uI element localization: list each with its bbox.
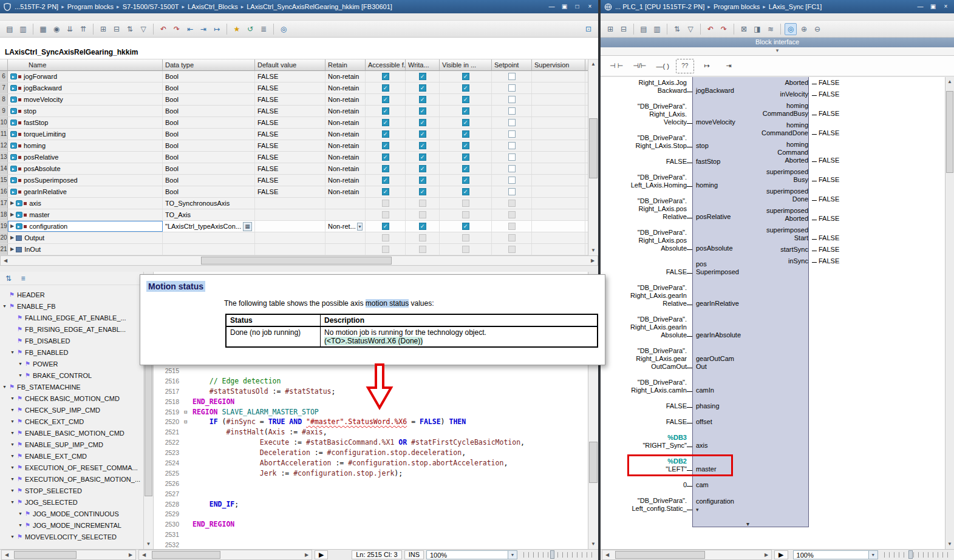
expand-icon[interactable]: ▶ [10,221,14,232]
input-operand[interactable]: "DB_DrivePara".Right_LAxis.posRelative [601,197,687,221]
accessible-checkbox[interactable]: ✓ [382,130,389,138]
tree-item[interactable]: ⚑FB_DISABLED [0,335,143,346]
table-row[interactable]: 12homingBoolFALSENon-retain✓✓✓ [0,140,588,152]
visible-checkbox[interactable]: ✓ [462,142,469,149]
open-all-networks-button[interactable]: ⊞ [604,23,616,35]
delete-network-button[interactable]: ▥ [651,23,663,35]
writable-checkbox[interactable]: ✓ [419,119,426,126]
fbd-output-row[interactable]: superimposedDoneFALSE [692,187,843,203]
expand-scroll-button[interactable]: ▶ [315,550,328,559]
visible-checkbox[interactable]: ✓ [462,73,469,80]
float-button[interactable]: □ [571,2,583,12]
output-value[interactable]: FALSE [817,234,843,242]
tree-item[interactable]: ▼⚑ENABLE_EXT_CMD [0,450,143,462]
breadcrumb-item[interactable]: ... PLC_1 [CPU 1515TF-2 PN] [615,3,704,10]
copy-snapshots-button[interactable]: ⇊ [64,23,76,35]
visible-checkbox[interactable]: ✓ [462,153,469,161]
open-detail-button[interactable]: ▦ [243,222,252,231]
sort-order-icon[interactable]: ⇅ [2,272,15,285]
accessible-checkbox[interactable]: ✓ [382,119,389,126]
column-header[interactable]: Data type [163,59,255,71]
input-operand[interactable]: FALSE [601,158,687,166]
chevron-down-icon[interactable]: ▼ [868,551,877,559]
tree-item[interactable]: ▼⚑CHECK_EXT_CMD [0,416,143,427]
visible-checkbox[interactable]: ✓ [462,177,469,184]
input-operand[interactable]: FALSE [601,418,687,426]
tree-item[interactable]: ▼⚑EXECUTION_OF_RESET_COMMA... [0,462,143,473]
open-branch-button[interactable]: ↦ [698,59,716,73]
undo-button[interactable]: ↶ [704,23,717,35]
setpoint-checkbox[interactable] [508,153,516,161]
table-row[interactable]: 16gearInRelativeBoolFALSENon-retain✓✓✓ [0,186,588,198]
input-operand[interactable]: "DB_DrivePara".Right_LAxis.Velocity [601,103,687,126]
accessible-checkbox[interactable]: ✓ [382,142,389,149]
table-row[interactable]: 9stopBoolFALSENon-retain✓✓✓ [0,106,588,117]
expand-icon[interactable]: ▶ [10,232,14,243]
scroll-up-icon[interactable]: ▲ [945,77,954,87]
tree-item[interactable]: ▼⚑CHECK_SUP_IMP_CMD [0,404,143,416]
fbd-output-row[interactable]: homingCommandAbortedFALSE [692,141,843,164]
accessible-checkbox[interactable]: ✓ [382,223,389,230]
column-header[interactable]: Default value [255,59,325,71]
keep-actual-values-button[interactable]: ▦ [37,23,49,35]
expand-scroll-button[interactable]: ▶ [774,550,788,559]
breadcrumb-item[interactable]: LAxisCtrl_SyncAxisRelGearing_hkkim [FB30… [247,3,392,10]
input-operand[interactable]: "DB_DrivePara".Left_LAxis.Homing [601,174,687,189]
close-all-networks-button[interactable]: ⊟ [618,23,630,35]
refresh-button[interactable]: ↺ [244,23,256,35]
undo-button[interactable]: ↶ [157,23,169,35]
writable-checkbox[interactable]: ✓ [419,153,426,161]
setpoint-checkbox[interactable] [508,177,516,184]
column-header[interactable]: Name [8,59,163,71]
monitoring-button[interactable]: ◎ [785,23,797,35]
collapse-icon[interactable]: ▼ [18,523,25,527]
breadcrumb-item[interactable]: ...515TF-2 PN] [15,3,58,10]
column-header[interactable]: Visible in ... [440,59,492,71]
fbd-network-area[interactable]: Right_LAxis.JogBackwardjogBackward"DB_Dr… [601,77,954,549]
redo-button[interactable]: ↷ [718,23,730,35]
writable-checkbox[interactable]: ✓ [419,96,426,103]
tree-item[interactable]: ▼⚑ENABLE_FB [0,300,143,312]
contact-nc-button[interactable]: ⊣/⊢ [630,59,649,73]
table-row[interactable]: 15posSuperimposedBoolFALSENon-retain✓✓✓ [0,175,588,186]
input-operand[interactable]: FALSE [601,268,687,276]
tree-item[interactable]: ▼⚑BRAKE_CONTROL [0,369,143,381]
visible-checkbox[interactable]: ✓ [462,223,469,230]
add-row-button[interactable]: ▥ [17,23,29,35]
collapse-icon[interactable]: ▼ [10,535,17,539]
fbd-input-row[interactable]: FALSEphasing [601,402,809,410]
visible-checkbox[interactable]: ✓ [462,188,469,195]
input-operand[interactable]: "DB_DrivePara".Right_LAxis.posAbsolute [601,229,687,252]
input-operand[interactable]: "DB_DrivePara".Right_LAxis.camIn [601,379,687,394]
block-interface-bar[interactable]: Block interface [601,38,954,47]
table-horizontal-scrollbar[interactable]: ◀ ▶ [0,255,598,266]
setpoint-checkbox[interactable] [508,119,516,126]
collapse-icon[interactable]: ▼ [10,477,17,481]
setpoint-checkbox[interactable] [508,130,516,138]
output-value[interactable]: FALSE [817,129,843,137]
left-titlebar[interactable]: ...515TF-2 PN]▸Program blocks▸S7-1500/S7… [0,0,598,13]
setpoint-checkbox[interactable] [508,142,516,149]
writable-checkbox[interactable]: ✓ [419,177,426,184]
empty-box-button[interactable]: ?? [676,59,694,73]
collapse-icon[interactable]: ▼ [18,362,25,366]
filter-button[interactable]: ▽ [137,23,149,35]
breadcrumb-item[interactable]: LAxis_Sync [FC1] [769,3,822,10]
output-value[interactable]: FALSE [817,176,843,184]
accessible-checkbox[interactable]: ✓ [382,165,389,172]
input-operand[interactable]: FALSE [601,402,687,410]
fbd-input-row[interactable]: "DB_DrivePara".Right_LAxis.camIncamIn [601,379,809,394]
tree-item[interactable]: ▼⚑JOG_MODE_CONTINUOUS [0,508,143,519]
filter-button[interactable]: ▽ [684,23,697,35]
visible-checkbox[interactable]: ✓ [462,84,469,92]
writable-checkbox[interactable]: ✓ [419,73,426,80]
accessible-checkbox[interactable]: ✓ [382,96,389,103]
breadcrumb-item[interactable]: Program blocks [67,3,114,10]
input-operand[interactable]: "DB_DrivePara".Right_LAxis.gearInAbsolut… [601,315,687,339]
scroll-right-icon[interactable]: ▶ [588,258,598,263]
tree-item[interactable]: ▼⚑CHECK BASIC_MOTION_CMD [0,393,143,404]
table-row[interactable]: 6jogForwardBoolFALSENon-retain✓✓✓ [0,71,588,83]
output-value[interactable]: FALSE [817,246,843,254]
goto-previous-button[interactable]: ⇤ [184,23,196,35]
network-horizontal-scrollbar[interactable]: ◀▶ [602,550,772,560]
